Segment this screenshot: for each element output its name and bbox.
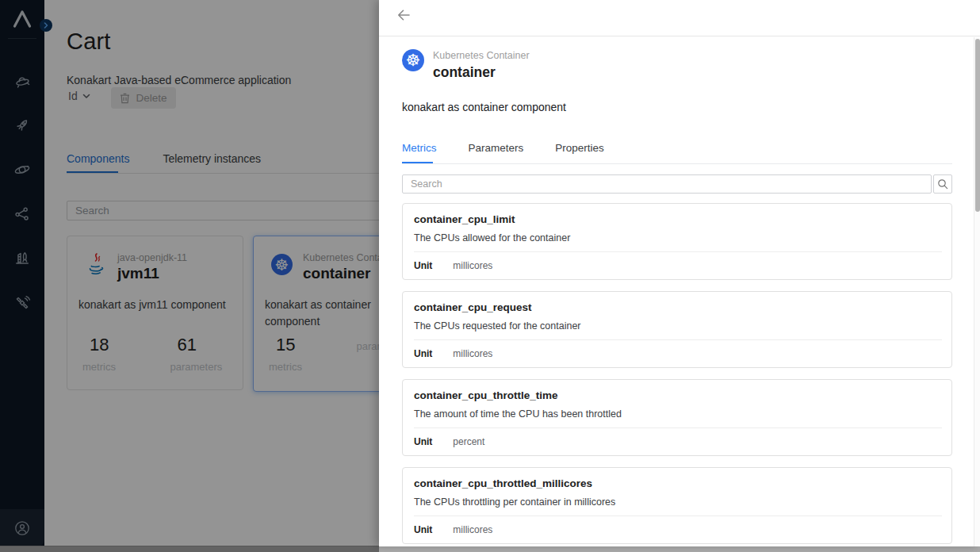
metric-name: container_cpu_request: [414, 301, 532, 313]
unit-label: Unit: [414, 524, 432, 535]
metric-card-divider: [414, 516, 942, 516]
search-button[interactable]: [933, 174, 952, 194]
tab-properties[interactable]: Properties: [555, 142, 604, 154]
drawer-tabs-divider: [402, 163, 952, 164]
metric-card[interactable]: container_cpu_request The CPUs requested…: [402, 291, 952, 368]
metric-name: container_cpu_limit: [414, 213, 515, 225]
drawer-scrollbar-thumb[interactable]: [975, 39, 980, 212]
tab-metrics[interactable]: Metrics: [402, 142, 437, 154]
unit-value: percent: [453, 436, 484, 447]
drawer-scrollbar[interactable]: [974, 37, 980, 546]
drawer-type-label: Kubernetes Container: [433, 50, 530, 61]
component-detail-drawer: ☸ Kubernetes Container container konakar…: [379, 0, 980, 546]
kubernetes-icon: ☸: [402, 49, 424, 71]
unit-value: millicores: [453, 260, 492, 271]
metrics-search-input[interactable]: [402, 174, 932, 194]
unit-label: Unit: [414, 436, 432, 447]
unit-value: millicores: [453, 348, 492, 359]
unit-value: millicores: [453, 524, 492, 535]
back-button[interactable]: [396, 6, 413, 24]
drawer-topbar: [379, 0, 980, 36]
metric-description: The amount of time the CPU has been thro…: [414, 408, 622, 420]
metric-card-divider: [414, 427, 942, 428]
metric-card[interactable]: container_cpu_throttled_millicores The C…: [402, 467, 952, 544]
drawer-scrim[interactable]: [0, 0, 379, 552]
metric-description: The CPUs allowed for the container: [414, 232, 570, 243]
metric-description: The CPUs throttling per container in mil…: [414, 496, 615, 508]
metric-description: The CPUs requested for the container: [414, 320, 581, 332]
arrow-left-icon: [396, 7, 412, 23]
search-icon: [937, 178, 948, 190]
drawer-description: konakart as container component: [402, 101, 566, 113]
metric-card[interactable]: container_cpu_throttle_time The amount o…: [402, 379, 952, 456]
metric-name: container_cpu_throttle_time: [414, 389, 558, 401]
metric-card-divider: [414, 339, 942, 340]
metric-card[interactable]: container_cpu_limit The CPUs allowed for…: [402, 203, 952, 280]
drawer-title: container: [433, 64, 496, 81]
metric-card-divider: [414, 251, 942, 252]
drawer-tabs: Metrics Parameters Properties: [402, 142, 636, 154]
tab-parameters[interactable]: Parameters: [469, 142, 524, 154]
unit-label: Unit: [414, 348, 432, 359]
metric-name: container_cpu_throttled_millicores: [414, 477, 592, 489]
unit-label: Unit: [414, 260, 432, 271]
